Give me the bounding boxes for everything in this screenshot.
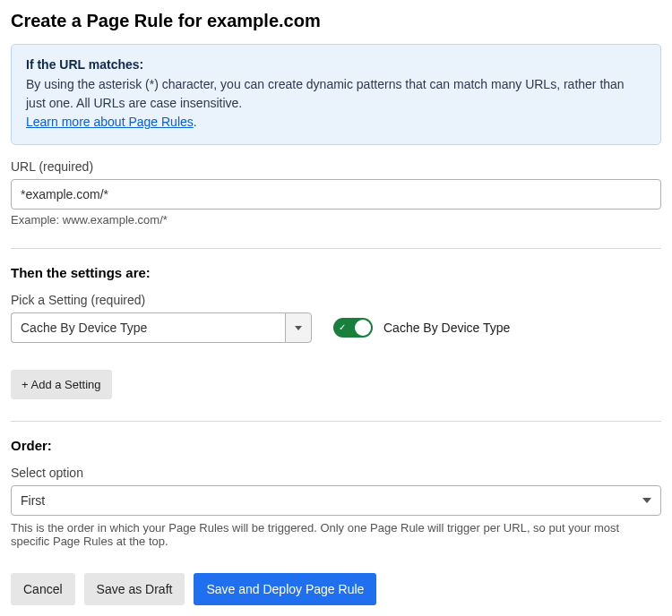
cache-by-device-toggle[interactable]: ✓ [333, 318, 373, 338]
footer-buttons: Cancel Save as Draft Save and Deploy Pag… [11, 573, 661, 605]
url-input[interactable] [11, 179, 661, 210]
order-heading: Order: [11, 438, 661, 453]
add-setting-button[interactable]: + Add a Setting [11, 370, 112, 399]
page-title: Create a Page Rule for example.com [11, 11, 661, 31]
info-body-text: By using the asterisk (*) character, you… [26, 77, 625, 110]
learn-more-link[interactable]: Learn more about Page Rules [26, 115, 194, 129]
check-icon: ✓ [339, 323, 346, 332]
url-hint: Example: www.example.com/* [11, 213, 661, 227]
save-draft-button[interactable]: Save as Draft [84, 573, 185, 605]
setting-row: Cache By Device Type ✓ Cache By Device T… [11, 312, 661, 343]
pick-setting-label: Pick a Setting (required) [11, 293, 661, 307]
info-body: By using the asterisk (*) character, you… [26, 75, 646, 132]
order-label: Select option [11, 466, 661, 480]
toggle-label: Cache By Device Type [383, 321, 510, 335]
save-deploy-button[interactable]: Save and Deploy Page Rule [194, 573, 376, 605]
info-heading: If the URL matches: [26, 57, 646, 72]
link-suffix: . [194, 115, 197, 129]
setting-select-dropdown-button[interactable] [285, 312, 312, 343]
info-box: If the URL matches: By using the asteris… [11, 44, 661, 145]
setting-select-value: Cache By Device Type [11, 312, 285, 343]
divider [11, 248, 661, 249]
order-hint: This is the order in which your Page Rul… [11, 521, 661, 548]
cancel-button[interactable]: Cancel [11, 573, 75, 605]
settings-heading: Then the settings are: [11, 265, 661, 280]
toggle-knob [355, 320, 371, 336]
setting-select[interactable]: Cache By Device Type [11, 312, 312, 343]
url-label: URL (required) [11, 159, 661, 174]
order-select[interactable]: First [11, 485, 661, 516]
chevron-down-icon [295, 326, 302, 330]
divider [11, 421, 661, 422]
setting-toggle-wrap: ✓ Cache By Device Type [333, 318, 510, 338]
